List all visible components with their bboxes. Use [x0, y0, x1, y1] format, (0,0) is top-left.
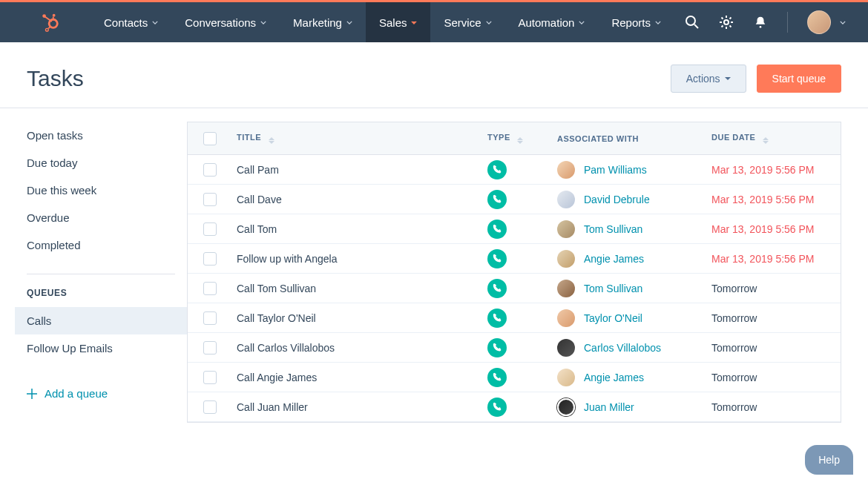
row-checkbox[interactable] [203, 311, 217, 325]
row-checkbox[interactable] [203, 193, 217, 206]
contact-link[interactable]: Angie James [584, 372, 644, 383]
select-all-checkbox[interactable] [203, 132, 217, 145]
nav-item-marketing[interactable]: Marketing [280, 2, 366, 42]
chevron-down-icon [486, 21, 492, 24]
svg-point-7 [686, 16, 695, 25]
table-row[interactable]: Call Carlos VillalobosCarlos VillalobosT… [188, 333, 841, 363]
task-title: Follow up with Angela [232, 253, 487, 265]
hubspot-logo-icon[interactable] [40, 12, 61, 33]
sidebar: Open tasksDue todayDue this weekOverdueC… [0, 122, 187, 423]
phone-icon [487, 338, 507, 357]
column-header-due-date[interactable]: DUE DATE [711, 133, 841, 144]
due-date: Mar 13, 2019 5:56 PM [711, 223, 841, 235]
sort-icon [269, 137, 274, 144]
nav-divider [787, 12, 788, 33]
contact-link[interactable]: Tom Sullivan [584, 283, 642, 294]
table-row[interactable]: Call PamPam WilliamsMar 13, 2019 5:56 PM [188, 155, 841, 185]
row-checkbox[interactable] [203, 282, 217, 295]
phone-icon [487, 398, 507, 417]
chevron-down-icon [725, 77, 731, 81]
nav-item-service[interactable]: Service [430, 2, 504, 42]
account-menu[interactable] [807, 10, 846, 34]
contact-link[interactable]: David Debrule [584, 194, 650, 205]
nav-item-conversations[interactable]: Conversations [171, 2, 280, 42]
contact-avatar [557, 369, 575, 386]
top-navbar: ContactsConversationsMarketingSalesServi… [0, 2, 868, 42]
column-header-type[interactable]: TYPE [487, 133, 557, 144]
contact-link[interactable]: Taylor O'Neil [584, 312, 642, 324]
svg-point-10 [760, 26, 762, 28]
add-queue-button[interactable]: Add a queue [15, 372, 187, 400]
svg-point-1 [53, 14, 56, 17]
svg-line-8 [694, 24, 698, 28]
nav-item-label: Marketing [293, 16, 342, 29]
table-row[interactable]: Call TomTom SullivanMar 13, 2019 5:56 PM [188, 214, 841, 244]
due-date: Mar 13, 2019 5:56 PM [711, 164, 841, 176]
sidebar-filter-completed[interactable]: Completed [27, 231, 175, 259]
contact-link[interactable]: Angie James [584, 253, 644, 265]
phone-icon [487, 160, 507, 179]
table-row[interactable]: Call Juan MillerJuan MillerTomorrow [188, 392, 841, 422]
row-checkbox[interactable] [203, 163, 217, 177]
svg-point-9 [724, 20, 729, 24]
contact-link[interactable]: Carlos Villalobos [584, 342, 661, 354]
table-row[interactable]: Call DaveDavid DebruleMar 13, 2019 5:56 … [188, 185, 841, 214]
queues-heading: QUEUES [27, 288, 175, 307]
row-checkbox[interactable] [203, 252, 217, 266]
user-avatar [807, 10, 831, 34]
contact-avatar [557, 339, 575, 357]
nav-item-label: Reports [611, 16, 651, 29]
task-title: Call Angie James [232, 372, 487, 383]
contact-link[interactable]: Tom Sullivan [584, 223, 642, 235]
table-row[interactable]: Call Tom SullivanTom SullivanTomorrow [188, 274, 841, 303]
due-date: Mar 13, 2019 5:56 PM [711, 194, 841, 205]
actions-dropdown-button[interactable]: Actions [671, 65, 746, 93]
phone-icon [487, 249, 507, 268]
phone-icon [487, 220, 507, 239]
nav-item-label: Conversations [185, 16, 256, 29]
table-row[interactable]: Call Angie JamesAngie JamesTomorrow [188, 363, 841, 392]
row-checkbox[interactable] [203, 341, 217, 355]
column-header-associated[interactable]: ASSOCIATED WITH [557, 134, 711, 143]
settings-gear-icon[interactable] [719, 15, 734, 30]
table-row[interactable]: Follow up with AngelaAngie JamesMar 13, … [188, 244, 841, 274]
row-checkbox[interactable] [203, 222, 217, 236]
due-date: Tomorrow [711, 372, 841, 383]
queue-item-calls[interactable]: Calls [15, 307, 187, 334]
sidebar-filter-overdue[interactable]: Overdue [27, 204, 175, 231]
phone-icon [487, 279, 507, 298]
svg-point-5 [45, 28, 48, 31]
contact-link[interactable]: Pam Williams [584, 164, 647, 176]
phone-icon [487, 309, 507, 328]
nav-item-label: Service [444, 16, 481, 29]
help-button[interactable]: Help [805, 445, 853, 475]
task-title: Call Tom [232, 223, 487, 235]
due-date: Tomorrow [711, 342, 841, 354]
task-title: Call Dave [232, 194, 487, 205]
task-title: Call Carlos Villalobos [232, 342, 487, 354]
nav-item-contacts[interactable]: Contacts [91, 2, 171, 42]
contact-link[interactable]: Juan Miller [584, 401, 634, 413]
chevron-down-icon [260, 21, 266, 24]
contact-avatar [557, 280, 575, 297]
task-title: Call Pam [232, 164, 487, 176]
queue-item-follow-up-emails[interactable]: Follow Up Emails [15, 334, 187, 362]
header-actions: Actions Start queue [671, 65, 841, 93]
sidebar-divider [27, 274, 175, 274]
sidebar-filter-due-this-week[interactable]: Due this week [27, 177, 175, 204]
nav-item-sales[interactable]: Sales [366, 2, 431, 42]
start-queue-button[interactable]: Start queue [757, 65, 841, 93]
nav-item-reports[interactable]: Reports [598, 2, 674, 42]
due-date: Tomorrow [711, 283, 841, 294]
row-checkbox[interactable] [203, 371, 217, 384]
sidebar-filter-due-today[interactable]: Due today [27, 149, 175, 177]
table-row[interactable]: Call Taylor O'NeilTaylor O'NeilTomorrow [188, 303, 841, 333]
nav-item-automation[interactable]: Automation [505, 2, 599, 42]
contact-avatar [557, 398, 575, 416]
sidebar-filter-open-tasks[interactable]: Open tasks [27, 122, 175, 149]
tasks-table: TITLE TYPE ASSOCIATED WITH DUE DATE Call… [187, 122, 841, 423]
column-header-title[interactable]: TITLE [232, 133, 487, 144]
search-icon[interactable] [685, 15, 700, 30]
notifications-bell-icon[interactable] [753, 15, 768, 30]
row-checkbox[interactable] [203, 400, 217, 414]
